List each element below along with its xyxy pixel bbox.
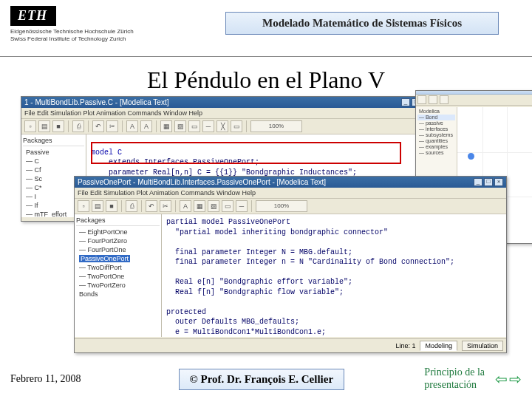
doc-icon[interactable]: ▭ <box>222 200 233 212</box>
tree-item: Bonds <box>76 290 160 299</box>
win2-title: PassiveOnePort - MultiBondLib.Interfaces… <box>78 178 326 186</box>
tree-item: — subsystems <box>417 132 455 138</box>
principio-link[interactable]: Principio de la presentación <box>424 366 485 392</box>
bold-icon[interactable]: A <box>180 200 191 212</box>
eth-logo: ETH <box>10 6 56 26</box>
win2-tree[interactable]: — EightPortOne — FourPortZero — FourPort… <box>76 228 160 299</box>
slide-header: ETH Eidgenössische Technische Hochschule… <box>0 0 532 45</box>
eth-subtitle-1: Eidgenössische Technische Hochschule Zür… <box>10 28 134 35</box>
minimize-button[interactable]: _ <box>401 98 410 106</box>
tree-item: — FourPortOne <box>76 245 160 254</box>
bold-icon[interactable]: A <box>126 120 138 132</box>
tree-item: — TwoPortOne <box>76 272 160 281</box>
win2-code[interactable]: partial model PassiveOnePort "partial mo… <box>162 214 506 337</box>
tree-item: Passive <box>23 148 84 157</box>
prev-arrow-icon[interactable]: ⇦ <box>495 370 508 388</box>
win1-title: 1 - MultiBondLib.Passive.C - [Modelica T… <box>24 98 168 106</box>
save-icon[interactable]: ■ <box>106 200 117 212</box>
zoom-select[interactable]: 100% <box>250 120 302 132</box>
win2-pane-header: Packages <box>76 216 160 226</box>
new-icon[interactable]: ▫ <box>78 200 89 212</box>
save-icon[interactable]: ■ <box>52 120 64 132</box>
tree-item: — TwoDiffPort <box>76 263 160 272</box>
print-icon[interactable]: ⎙ <box>126 200 137 212</box>
doc-icon[interactable]: ▭ <box>188 120 200 132</box>
slide-footer: Febrero 11, 2008 © Prof. Dr. François E.… <box>0 362 532 399</box>
tree-item-selected: PassiveOnePort <box>79 255 130 262</box>
tree-item: — C <box>23 157 84 166</box>
tree-item: — interfaces <box>417 126 455 132</box>
tool-icon[interactable] <box>417 95 426 104</box>
win1-toolbar: ▫ ▤ ■ ⎙ ↶ ✂ A A ▦ ▨ ▭ ─ ╳ ▭ 100% <box>21 119 434 134</box>
tree-item: — quantities <box>417 138 455 144</box>
nav-arrows: ⇦ ⇨ <box>495 370 522 388</box>
tab-simulation[interactable]: Simulation <box>462 341 503 351</box>
tree-item: — passive <box>417 120 455 126</box>
port-dot[interactable] <box>468 153 474 160</box>
tab-modeling[interactable]: Modeling <box>420 341 457 351</box>
grid-icon[interactable]: ▦ <box>160 120 172 132</box>
author-badge: © Prof. Dr. François E. Cellier <box>179 369 345 390</box>
undo-icon[interactable]: ↶ <box>92 120 104 132</box>
eth-subtitle-2: Swiss Federal Institute of Technology Zu… <box>10 35 134 43</box>
tree-item: Modelica <box>417 109 455 115</box>
win2-code-canvas: partial model PassiveOnePort "partial mo… <box>162 214 506 337</box>
sel-icon[interactable]: ▭ <box>231 120 242 132</box>
highlight-box-1 <box>91 142 401 164</box>
grid-icon[interactable]: ▦ <box>194 200 205 212</box>
tool-icon[interactable] <box>429 95 437 104</box>
win1-pane-header: Packages <box>23 137 84 146</box>
font-icon[interactable]: A <box>140 120 152 132</box>
header-divider <box>0 56 532 57</box>
minimize-button[interactable]: _ <box>474 178 482 186</box>
maximize-button[interactable]: □ <box>484 178 493 186</box>
course-title-badge: Modelado Matemático de Sistemas Físicos <box>225 12 499 35</box>
new-icon[interactable]: ▫ <box>24 120 36 132</box>
cut-icon[interactable]: ✂ <box>106 120 118 132</box>
status-line: Line: 1 <box>395 342 415 349</box>
win1-menubar[interactable]: File Edit Simulation Plot Animation Comm… <box>21 108 434 119</box>
cut-icon[interactable]: ✂ <box>160 200 171 212</box>
next-arrow-icon[interactable]: ⇨ <box>509 370 522 388</box>
screenshot-area: 1 - MultiBondLib.Passive.C - [Modelica T… <box>21 96 511 356</box>
open-icon[interactable]: ▤ <box>38 120 50 132</box>
slide-date: Febrero 11, 2008 <box>10 373 81 385</box>
tool-icon[interactable] <box>440 95 449 104</box>
close-button[interactable]: × <box>494 178 503 186</box>
win2-packages-pane[interactable]: Packages — EightPortOne — FourPortZero —… <box>75 214 162 337</box>
line-icon[interactable]: ─ <box>202 120 214 132</box>
open-icon[interactable]: ▤ <box>92 200 103 212</box>
window-passive-one-port: PassiveOnePort - MultiBondLib.Interfaces… <box>74 176 507 353</box>
cross-icon[interactable]: ╳ <box>216 120 228 132</box>
win3-toolbar <box>416 95 532 106</box>
win2-titlebar[interactable]: PassiveOnePort - MultiBondLib.Interfaces… <box>75 177 506 188</box>
zoom-select[interactable]: 100% <box>256 200 307 212</box>
win2-menubar[interactable]: File Edit Simulation Plot Animation Comm… <box>75 188 506 199</box>
tree-item: — FourPortZero <box>76 236 160 245</box>
tree-item: — sources <box>417 150 455 156</box>
win2-toolbar: ▫ ▤ ■ ⎙ ↶ ✂ A ▦ ▨ ▭ ─ 100% <box>75 199 506 214</box>
grid2-icon[interactable]: ▨ <box>208 200 219 212</box>
tree-item: — TwoPortZero <box>76 281 160 290</box>
tree-item: — Bond <box>417 115 455 120</box>
win1-titlebar[interactable]: 1 - MultiBondLib.Passive.C - [Modelica T… <box>21 97 434 108</box>
grid2-icon[interactable]: ▨ <box>174 120 186 132</box>
undo-icon[interactable]: ↶ <box>146 200 157 212</box>
eth-logo-block: ETH Eidgenössische Technische Hochschule… <box>10 6 134 42</box>
line-icon[interactable]: ─ <box>236 200 248 212</box>
win2-statusbar: Line: 1 Modeling Simulation <box>75 338 506 352</box>
tree-item: — Cf <box>23 166 84 174</box>
tree-item: — EightPortOne <box>76 228 160 236</box>
tree-item: — examples <box>417 144 455 150</box>
print-icon[interactable]: ⎙ <box>72 120 84 132</box>
